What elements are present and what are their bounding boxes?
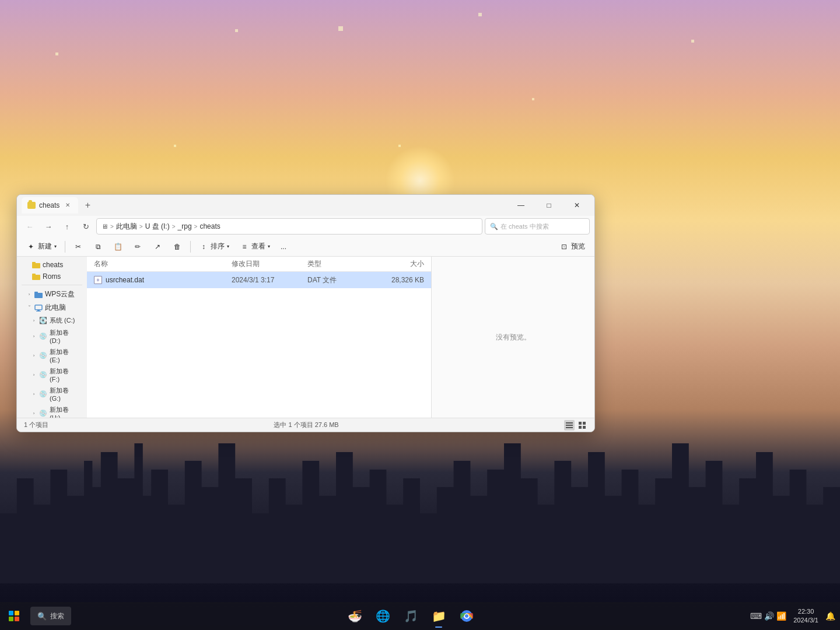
sort-button[interactable]: ↕ 排序 ▾ (194, 239, 234, 254)
svg-rect-2 (32, 275, 40, 280)
breadcrumb-thispc[interactable]: 此电脑 (116, 222, 137, 232)
pixel-deco (478, 13, 482, 16)
sidebar-label-newd: 新加卷 (D:) (50, 328, 80, 344)
grid-view-icon (579, 422, 586, 429)
up-button[interactable]: ↑ (59, 218, 75, 235)
folder-icon-roms (32, 273, 40, 280)
taskbar-search-icon: 🔍 (37, 612, 47, 621)
sort-dropdown-icon: ▾ (227, 244, 229, 249)
sidebar-item-newh[interactable]: › 💿 新加卷 (H:) (19, 404, 85, 418)
back-button[interactable]: ← (22, 218, 38, 235)
clock-date: 2024/3/1 (793, 616, 818, 625)
taskbar-app-food[interactable]: 🍜 (342, 603, 368, 629)
ribbon-sep2 (190, 241, 191, 253)
close-button[interactable]: ✕ (564, 197, 590, 214)
sidebar-item-newd[interactable]: › 💿 新加卷 (D:) (19, 327, 85, 346)
svg-point-24 (465, 614, 468, 618)
sidebar-item-cheats[interactable]: cheats (19, 259, 85, 271)
svg-rect-6 (35, 305, 42, 310)
taskbar-clock[interactable]: 22:30 2024/3/1 (789, 607, 823, 625)
pixel-deco (398, 145, 401, 147)
drive-icon-newe: 💿 (39, 352, 47, 359)
svg-rect-7 (37, 310, 40, 311)
more-button[interactable]: ... (276, 239, 291, 254)
svg-rect-10 (566, 425, 573, 426)
maximize-button[interactable]: □ (536, 197, 562, 214)
rename-button[interactable]: ✏ (128, 239, 147, 254)
taskbar-search-text: 搜索 (50, 611, 64, 621)
new-button[interactable]: ✦ 新建 ▾ (22, 239, 61, 254)
sidebar-label-newh: 新加卷 (H:) (50, 405, 80, 418)
svg-rect-5 (34, 292, 38, 293)
col-date[interactable]: 修改日期 (232, 259, 307, 269)
taskbar-app-browser2[interactable] (454, 603, 480, 629)
folder-icon-cheats (32, 261, 40, 268)
sidebar-label-cheats: cheats (43, 261, 63, 269)
breadcrumb-sep: > (110, 223, 114, 230)
breadcrumb-sep2: > (139, 223, 143, 230)
file-size-cell: 28,326 KB (366, 276, 424, 284)
sidebar-divider1 (22, 285, 82, 285)
delete-icon: 🗑 (173, 242, 182, 251)
sidebar-item-roms[interactable]: Roms (19, 271, 85, 282)
delete-button[interactable]: 🗑 (168, 239, 187, 254)
svg-rect-0 (32, 263, 40, 268)
start-button[interactable] (0, 602, 28, 630)
search-bar[interactable]: 🔍 在 cheats 中搜索 (485, 218, 590, 235)
col-type[interactable]: 类型 (307, 259, 366, 269)
taskbar-app-browser1[interactable]: 🌐 (370, 603, 396, 629)
breadcrumb-rpg[interactable]: _rpg (178, 222, 192, 230)
sidebar-label-roms: Roms (43, 272, 61, 281)
sidebar-label-sysc: 系统 (C:) (50, 316, 75, 325)
sidebar-item-newf[interactable]: › 💿 新加卷 (F:) (19, 365, 85, 384)
breadcrumb-sep3: > (172, 223, 176, 230)
forward-button[interactable]: → (40, 218, 57, 235)
taskbar-system-tray: ⌨ 🔊 📶 22:30 2024/3/1 🔔 (750, 607, 840, 625)
copy-button[interactable]: ⧉ (89, 239, 107, 254)
tab-label: cheats (39, 201, 60, 209)
tab-cheats[interactable]: cheats ✕ (22, 197, 78, 214)
status-selected-info: 选中 1 个项目 27.6 MB (274, 421, 338, 429)
view-button[interactable]: ≡ 查看 ▾ (235, 239, 275, 254)
sort-icon: ↕ (199, 242, 208, 251)
cut-button[interactable]: ✂ (69, 239, 88, 254)
notification-icon[interactable]: 🔔 (825, 611, 835, 621)
new-tab-button[interactable]: + (79, 197, 96, 214)
address-bar[interactable]: 🖥 > 此电脑 > U 盘 (I:) > _rpg > cheats (96, 218, 482, 235)
chevron-icon (24, 262, 30, 268)
taskbar-search-box[interactable]: 🔍 搜索 (30, 607, 71, 625)
tab-close-button[interactable]: ✕ (63, 201, 72, 210)
sidebar-item-sysc[interactable]: › 💽 系统 (C:) (19, 314, 85, 327)
chevron-icon-newh: › (31, 411, 37, 416)
refresh-button[interactable]: ↻ (78, 218, 94, 235)
minimize-button[interactable]: — (508, 197, 534, 214)
table-row[interactable]: D usrcheat.dat 2024/3/1 3:17 DAT 文件 28,3… (87, 272, 431, 288)
share-button[interactable]: ↗ (148, 239, 167, 254)
folder-icon-wps (34, 291, 43, 298)
col-name[interactable]: 名称 (94, 259, 232, 269)
sidebar: cheats Roms › WPS云盘 (17, 257, 87, 418)
preview-icon: ⊡ (559, 242, 569, 251)
taskbar-app-explorer[interactable]: 📁 (426, 603, 452, 629)
chevron-icon-roms (24, 274, 30, 279)
sidebar-item-wps[interactable]: › WPS云盘 (19, 288, 85, 301)
chrome-app-icon (460, 610, 473, 622)
grid-view-button[interactable] (577, 420, 587, 430)
view-dropdown-icon: ▾ (268, 244, 270, 249)
breadcrumb-cheats[interactable]: cheats (200, 222, 220, 230)
city-silhouette (0, 408, 840, 583)
sidebar-item-thispc[interactable]: › 此电脑 (19, 301, 85, 314)
list-view-button[interactable] (564, 420, 575, 430)
clock-time: 22:30 (793, 607, 818, 616)
paste-button[interactable]: 📋 (108, 239, 127, 254)
taskbar-app-media[interactable]: 🎵 (398, 603, 424, 629)
pixel-deco (174, 145, 176, 147)
col-size[interactable]: 大小 (366, 259, 424, 269)
sidebar-item-newg[interactable]: › 💿 新加卷 (G:) (19, 384, 85, 404)
chevron-icon-sysc: › (31, 318, 37, 324)
sidebar-item-newe[interactable]: › 💿 新加卷 (E:) (19, 346, 85, 365)
chevron-icon-newd: › (31, 334, 37, 340)
breadcrumb-udrive[interactable]: U 盘 (I:) (145, 222, 170, 232)
preview-button[interactable]: ⊡ 预览 (555, 239, 590, 254)
breadcrumb-sep4: > (194, 223, 198, 230)
